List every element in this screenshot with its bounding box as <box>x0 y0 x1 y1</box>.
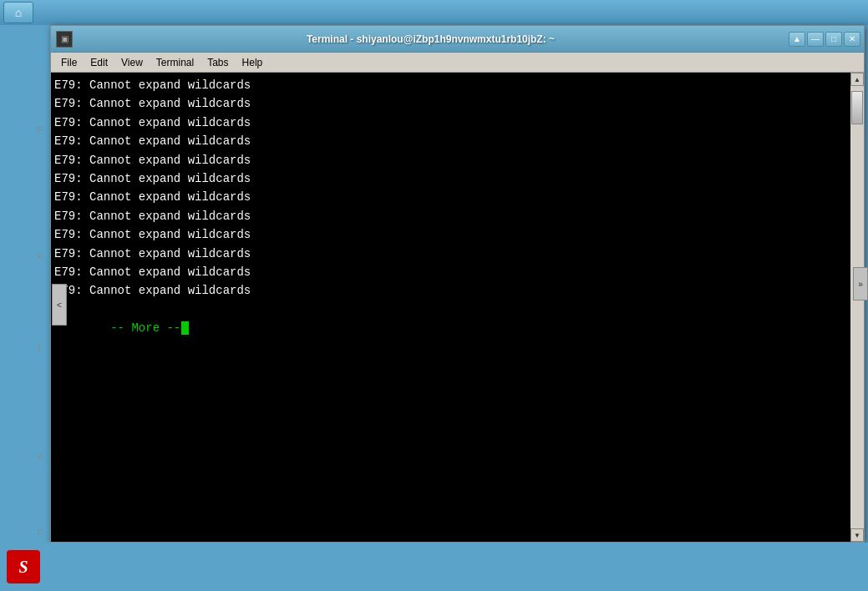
scrollbar-up-arrow[interactable]: ▲ <box>850 73 864 86</box>
window-icon-symbol: ▣ <box>61 34 69 43</box>
terminal-line-9: E79: Cannot expand wildcards <box>54 225 847 244</box>
menu-file[interactable]: File <box>54 53 84 72</box>
terminal-line-7: E79: Cannot expand wildcards <box>54 188 847 206</box>
menu-edit[interactable]: Edit <box>84 53 114 72</box>
bottom-app-icon[interactable]: S <box>7 550 40 583</box>
terminal-line-12: E79: Cannot expand wildcards <box>54 281 847 300</box>
minimize-button[interactable]: — <box>807 32 824 47</box>
window-title: Terminal - shiyanlou@iZbp1h9nvnwmxtu1rb1… <box>73 33 789 45</box>
terminal-line-2: E79: Cannot expand wildcards <box>54 94 847 113</box>
terminal-line-8: E79: Cannot expand wildcards <box>54 207 847 225</box>
terminal-line-5: E79: Cannot expand wildcards <box>54 151 847 169</box>
resize-icon: ▲ <box>793 34 801 43</box>
close-icon: ✕ <box>849 34 855 43</box>
side-marker-bar: | <box>37 342 43 353</box>
side-marker-f: F <box>37 125 43 136</box>
menu-help[interactable]: Help <box>236 53 270 72</box>
home-icon: ⌂ <box>15 6 22 19</box>
home-button[interactable]: ⌂ <box>3 2 33 23</box>
window-controls: ▲ — □ ✕ <box>789 32 860 47</box>
side-marker-c: c <box>37 526 43 537</box>
left-expand-button[interactable]: < <box>52 284 67 326</box>
close-button[interactable]: ✕ <box>844 32 860 47</box>
resize-button[interactable]: ▲ <box>789 32 805 47</box>
terminal-line-6: E79: Cannot expand wildcards <box>54 169 847 188</box>
side-marker-x: x <box>37 250 43 261</box>
taskbar: ⌂ <box>0 0 868 25</box>
terminal-line-4: E79: Cannot expand wildcards <box>54 132 847 150</box>
terminal-cursor <box>181 321 189 335</box>
terminal-text-area: E79: Cannot expand wildcards E79: Cannot… <box>51 73 850 542</box>
menu-tabs[interactable]: Tabs <box>201 53 235 72</box>
menu-view[interactable]: View <box>114 53 150 72</box>
right-chevron-icon: » <box>858 280 863 289</box>
maximize-icon: □ <box>831 34 836 43</box>
terminal-line-10: E79: Cannot expand wildcards <box>54 245 847 263</box>
terminal-line-3: E79: Cannot expand wildcards <box>54 114 847 132</box>
scrollbar-thumb[interactable] <box>851 91 863 124</box>
right-expand-button[interactable]: » <box>853 267 868 301</box>
scrollbar[interactable]: ▲ ▼ <box>850 73 864 542</box>
more-prompt-text: -- More -- <box>110 321 180 335</box>
scrollbar-down-arrow[interactable]: ▼ <box>850 528 864 542</box>
menu-terminal[interactable]: Terminal <box>150 53 201 72</box>
minimize-icon: — <box>811 34 820 43</box>
terminal-line-11: E79: Cannot expand wildcards <box>54 263 847 281</box>
menu-bar: File Edit View Terminal Tabs Help <box>51 53 864 73</box>
more-prompt-line: -- More -- <box>54 301 847 356</box>
title-bar: ▣ Terminal - shiyanlou@iZbp1h9nvnwmxtu1r… <box>51 26 864 53</box>
left-chevron-icon: < <box>57 301 62 310</box>
maximize-button[interactable]: □ <box>825 32 842 47</box>
left-panel: F x | v c <box>0 25 50 543</box>
terminal-window: ▣ Terminal - shiyanlou@iZbp1h9nvnwmxtu1r… <box>50 25 865 543</box>
terminal-content: ▲ ▼ E79: Cannot expand wildcards E79: Ca… <box>51 73 864 542</box>
bottom-area: S <box>0 543 868 591</box>
scrollbar-track[interactable] <box>850 86 864 528</box>
app-icon-letter: S <box>18 558 28 577</box>
window-icon: ▣ <box>56 31 73 48</box>
terminal-line-1: E79: Cannot expand wildcards <box>54 76 847 94</box>
side-marker-v: v <box>37 451 43 462</box>
